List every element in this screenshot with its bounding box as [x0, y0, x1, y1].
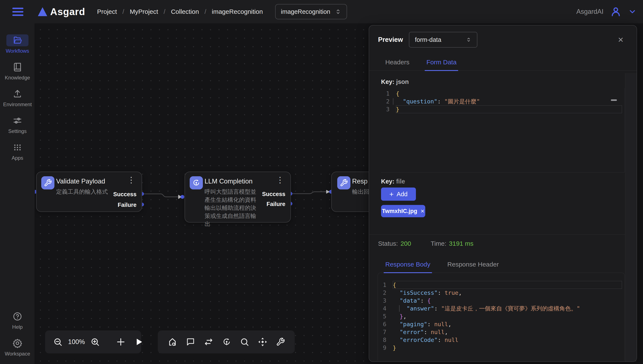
json-editor[interactable]: 1{2 "question": "圖片是什麼"3}	[381, 88, 625, 172]
comment-icon[interactable]	[186, 337, 195, 346]
gear-icon	[6, 337, 29, 349]
zoom-out-icon[interactable]	[53, 337, 63, 346]
status-value: 200	[400, 240, 411, 247]
sidebar-item-apps[interactable]: Apps	[0, 142, 35, 161]
node-validate-payload[interactable]: Validate Payload 定義工具的輸入格式 ⋮ Success Fai…	[36, 172, 142, 212]
remove-file-icon[interactable]: ×	[420, 208, 424, 215]
line-number: 9	[378, 344, 393, 352]
sidebar-item-label: Help	[12, 324, 23, 330]
tab-headers[interactable]: Headers	[385, 58, 409, 70]
code-text[interactable]: "errorCode": null	[393, 336, 622, 344]
breadcrumb-myproject[interactable]: MyProject	[130, 8, 158, 15]
node-title: Resp	[352, 178, 367, 185]
code-line[interactable]: 3}	[381, 105, 624, 113]
code-text[interactable]: "isSuccess": true,	[393, 289, 622, 297]
sidebar-item-help[interactable]: Help	[0, 310, 35, 330]
sidebar-item-settings[interactable]: Settings	[0, 115, 35, 134]
line-number: 1	[381, 90, 396, 98]
code-text[interactable]: "question": "圖片是什麼"	[396, 98, 622, 105]
tab-response-body[interactable]: Response Body	[385, 261, 430, 273]
llm-icon	[190, 176, 203, 190]
updown-chevron-icon	[335, 8, 341, 15]
breadcrumb-project[interactable]: Project	[97, 8, 117, 15]
llm-run-icon[interactable]	[222, 337, 231, 346]
kebab-menu-icon[interactable]: ⋮	[127, 176, 135, 184]
add-icon[interactable]	[116, 337, 126, 347]
panel-scrollbar[interactable]	[625, 73, 637, 362]
code-text[interactable]: {	[396, 90, 622, 98]
breadcrumb-collection[interactable]: Collection	[171, 8, 199, 15]
code-text[interactable]: "data": {	[393, 297, 622, 304]
swap-arrows-icon[interactable]	[204, 337, 213, 347]
sidebar-item-label: Environment	[3, 102, 32, 108]
indent-guide	[399, 305, 399, 312]
add-node-icon[interactable]	[167, 337, 177, 347]
plus-icon: +	[389, 190, 393, 198]
search-icon[interactable]	[240, 337, 249, 346]
apps-grid-icon	[6, 142, 29, 153]
code-text[interactable]: }	[396, 105, 622, 113]
code-line[interactable]: 4 "answer": "這是皮卡丘，一個來自《寶可夢》系列的虛構角色。"	[378, 304, 624, 312]
user-name: AsgardAI	[576, 8, 603, 16]
port-success[interactable]: Success	[262, 191, 285, 198]
tab-form-data[interactable]: Form Data	[426, 58, 457, 70]
time-label: Time:	[431, 240, 446, 247]
brand-name: Asgard	[50, 6, 85, 18]
file-chip-name: TwmxhIC.jpg	[382, 208, 417, 214]
port-success[interactable]: Success	[113, 191, 136, 198]
code-line[interactable]: 7 "error": null,	[378, 328, 624, 336]
line-number: 2	[381, 98, 396, 105]
code-text[interactable]: },	[393, 312, 622, 320]
code-text[interactable]: "answer": "這是皮卡丘，一個來自《寶可夢》系列的虛構角色。"	[393, 304, 622, 312]
body-type-selector[interactable]: form-data	[409, 32, 477, 48]
code-line[interactable]: 1{	[378, 281, 624, 289]
code-text[interactable]: "error": null,	[393, 328, 622, 336]
response-body-editor[interactable]: 1{2 "isSuccess": true,3 "data": {4 "answ…	[378, 273, 625, 360]
line-number: 7	[378, 328, 393, 336]
code-line[interactable]: 8 "errorCode": null	[378, 336, 624, 344]
breadcrumb-workflow[interactable]: imageRecognition	[212, 8, 263, 15]
code-line[interactable]: 2 "isSuccess": true,	[378, 289, 624, 297]
wrench-icon	[41, 176, 54, 190]
kebab-menu-icon[interactable]: ⋮	[276, 176, 284, 184]
book-icon	[6, 61, 29, 73]
node-title: LLM Completion	[204, 178, 253, 185]
user-avatar-icon[interactable]	[610, 6, 622, 18]
asgard-logo-icon	[38, 7, 47, 16]
code-line[interactable]: 6 "paging": null,	[378, 320, 624, 328]
menu-icon[interactable]	[12, 8, 23, 16]
sidebar-item-knowledge[interactable]: Knowledge	[0, 61, 35, 81]
tools-icon[interactable]	[276, 338, 285, 346]
key-value: json	[396, 78, 409, 85]
file-chip: TwmxhIC.jpg ×	[381, 205, 425, 217]
code-text[interactable]: {	[393, 281, 622, 289]
tab-response-header[interactable]: Response Header	[447, 261, 499, 273]
code-line[interactable]: 2 "question": "圖片是什麼"	[381, 98, 624, 105]
node-llm-completion[interactable]: LLM Completion 呼叫大型語言模型並產生生結構化的資料輸出以輔助流程…	[184, 172, 291, 222]
sidebar-item-workflows[interactable]: Workflows	[0, 34, 35, 54]
code-text[interactable]: "paging": null,	[393, 320, 622, 328]
port-failure[interactable]: Failure	[266, 201, 285, 208]
chevron-down-icon[interactable]	[628, 8, 637, 16]
status-label: Status:	[378, 240, 398, 247]
port-failure[interactable]: Failure	[118, 202, 136, 208]
code-line[interactable]: 5 },	[378, 312, 624, 320]
run-icon[interactable]	[135, 338, 143, 346]
move-icon[interactable]	[258, 337, 268, 347]
sidebar-item-label: Workflows	[6, 48, 29, 54]
code-text[interactable]: }	[393, 344, 622, 352]
add-file-button[interactable]: + Add	[381, 188, 416, 201]
node-subtitle: 呼叫大型語言模型並產生生結構化的資料輸出以輔助流程的決策或生成自然語言輸出	[204, 188, 259, 228]
navbar-right: AsgardAI	[576, 6, 637, 18]
code-line[interactable]: 3 "data": {	[378, 297, 624, 304]
workflow-selector[interactable]: imageRecognition	[275, 4, 347, 19]
workflow-selector-value: imageRecognition	[281, 8, 330, 15]
preview-panel: Preview form-data × Headers Form Data Ke…	[369, 25, 637, 362]
top-navbar: Asgard Project / MyProject / Collection …	[0, 0, 643, 23]
code-line[interactable]: 9}	[378, 344, 624, 352]
code-line[interactable]: 1{	[381, 90, 624, 98]
sidebar-item-environment[interactable]: Environment	[0, 88, 35, 108]
close-icon[interactable]: ×	[618, 35, 623, 44]
zoom-in-icon[interactable]	[90, 337, 100, 346]
sidebar-item-workspace[interactable]: Workspace	[0, 337, 35, 357]
